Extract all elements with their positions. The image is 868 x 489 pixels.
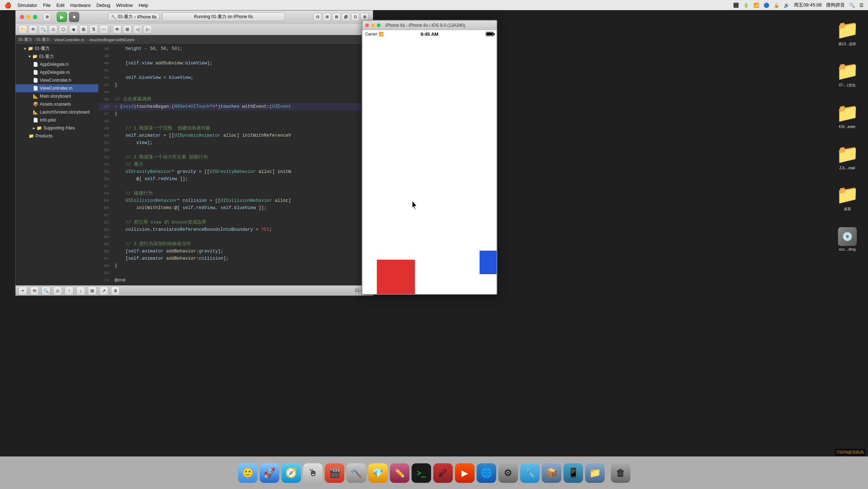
dock-terminal[interactable]: >_: [412, 463, 431, 483]
toolbar-grid[interactable]: ⊞: [123, 25, 132, 34]
bottom-filter[interactable]: 🔍: [42, 286, 50, 295]
scheme-selector[interactable]: 🔧 01-重力 › iPhone 6s: [108, 13, 160, 21]
panel-toggle-1[interactable]: 🗐: [342, 13, 350, 21]
dock-player[interactable]: ▶: [455, 463, 475, 483]
menu-search-icon[interactable]: 🔍: [849, 3, 855, 8]
editor-toggle-1[interactable]: ⊟: [314, 13, 322, 21]
bottom-nav1[interactable]: ↑: [65, 286, 73, 295]
menu-help[interactable]: Help: [139, 3, 148, 8]
toolbar-breakpoint[interactable]: ◈: [69, 25, 78, 34]
editor-toggle-3[interactable]: ⊠: [332, 13, 340, 21]
nav-item-viewcontroller-h[interactable]: 📄 ViewController.h: [16, 76, 98, 84]
folder-label-desk: 桌面: [844, 207, 851, 212]
dock-settings[interactable]: ⚙: [498, 463, 518, 483]
nav-item-infoplist[interactable]: 📄 Info.plist: [16, 116, 98, 124]
bottom-pause[interactable]: ⏸: [111, 286, 120, 295]
toolbar-back[interactable]: ⟲: [29, 25, 37, 34]
dock-launchpad[interactable]: 🚀: [260, 463, 279, 483]
sim-minimize[interactable]: [371, 24, 375, 27]
menu-hardware[interactable]: Hardware: [70, 3, 90, 8]
editor-toggle-2[interactable]: ⊞: [323, 13, 331, 21]
run-button[interactable]: ▶: [57, 12, 67, 22]
panel-toggle-2[interactable]: ⊡: [351, 13, 359, 21]
bottom-add[interactable]: +: [18, 286, 27, 295]
bottom-warn[interactable]: ⚠: [53, 286, 62, 295]
toolbar-nav-right[interactable]: ▷: [143, 25, 152, 34]
dock-folder[interactable]: 📁: [585, 463, 605, 483]
nav-group-root[interactable]: ▸ 📁 01-重力: [16, 44, 98, 52]
menu-window[interactable]: Window: [116, 3, 133, 8]
nav-item-launchscreen[interactable]: 📐 LaunchScreen.storyboard: [16, 108, 98, 116]
desktop-folder-4[interactable]: 📁 ZJL...etail: [829, 137, 865, 177]
nav-item-assets[interactable]: 📦 Assets.xcassets: [16, 100, 98, 108]
bottom-nav2[interactable]: ↓: [76, 286, 85, 295]
dock-phone[interactable]: 📱: [563, 463, 583, 483]
dock-box[interactable]: 📦: [542, 463, 561, 483]
toolbar-filter[interactable]: ⬡: [59, 25, 68, 34]
breadcrumb-part2[interactable]: 01-重力: [37, 37, 50, 42]
nav-item-supporting[interactable]: ▸ 📁 Supporting Files: [16, 124, 98, 132]
subgroup-folder-icon: 📁: [32, 52, 38, 60]
nav-item-appdelegate-m[interactable]: 📄 AppDelegate.m: [16, 68, 98, 76]
apple-menu[interactable]: 🍎: [4, 2, 12, 9]
breadcrumb-part3[interactable]: ViewController.m: [54, 38, 84, 42]
toolbar-arrows[interactable]: ⇅: [89, 25, 98, 34]
bottom-send[interactable]: ↗: [99, 286, 108, 295]
dock-pencil[interactable]: 🖊: [433, 463, 453, 483]
nav-subgroup[interactable]: ▾ 📁 01-重力: [16, 52, 98, 60]
code-line-64: 64: [99, 233, 373, 241]
red-view: [377, 260, 415, 294]
nav-item-viewcontroller-m[interactable]: 📄 ViewController.m: [16, 84, 98, 92]
folder-icon-3: 📁: [836, 102, 859, 123]
dock-finder[interactable]: 🙂: [238, 463, 258, 483]
desktop-folder-desk[interactable]: 📁 桌面: [829, 178, 865, 218]
toolbar-more[interactable]: ⋯: [99, 25, 108, 34]
xcode-titlebar: ⊞ ▶ ■ 🔧 01-重力 › iPhone 6s Running 01-重力 …: [16, 10, 373, 24]
desktop-file-dmg[interactable]: 💿 xco....dmg: [829, 219, 865, 259]
nav-item-main-storyboard[interactable]: 📐 Main.storyboard: [16, 92, 98, 100]
toolbar-assistant[interactable]: 👁: [113, 25, 122, 34]
dock-tools[interactable]: 🔨: [346, 463, 366, 483]
menu-debug[interactable]: Debug: [97, 3, 110, 8]
tools-icon: 🔨: [350, 467, 362, 479]
stop-button[interactable]: ■: [69, 12, 79, 22]
dock-xcode[interactable]: 🔧: [520, 463, 540, 483]
sim-fullscreen[interactable]: [377, 24, 380, 27]
dock-app1[interactable]: ✏️: [390, 463, 409, 483]
code-line-43: 43 }: [99, 81, 373, 89]
nav-item-products[interactable]: 📁 Products: [16, 132, 98, 140]
breadcrumb-part4[interactable]: -touchesBegan:withEvent:: [89, 38, 135, 42]
dock-sketch[interactable]: 💎: [368, 463, 388, 483]
sim-close[interactable]: [365, 24, 369, 27]
fullscreen-button[interactable]: [33, 15, 37, 19]
code-editor[interactable]: 38 height - 50, 50, 50); 39 40 [self.vie…: [99, 44, 373, 285]
menu-input-method[interactable]: 搜狗拼音: [826, 2, 845, 8]
close-button[interactable]: [20, 15, 24, 19]
bottom-grid[interactable]: ⊞: [88, 286, 97, 295]
menu-edit[interactable]: Edit: [56, 3, 64, 8]
breadcrumb-part1[interactable]: 01-重力: [18, 37, 32, 42]
dock-mouse[interactable]: 🖱: [303, 463, 323, 483]
bottom-back[interactable]: ⟲: [30, 286, 39, 295]
nav-item-appdelegate-h[interactable]: 📄 AppDelegate.h: [16, 60, 98, 68]
desktop-folder-3[interactable]: 📁 KSI...aster: [829, 95, 865, 135]
desktop-folder-2[interactable]: 📁 07-...(优化: [829, 54, 865, 94]
dock-quicktime[interactable]: 🎬: [325, 463, 344, 483]
toolbar-nav-left[interactable]: ◁: [133, 25, 142, 34]
simulator-screen[interactable]: Carrier 📶 9:45 AM: [362, 30, 497, 294]
menu-battery-icon: 🔋: [743, 3, 749, 8]
folder-label-4: ZJL...etail: [839, 166, 855, 170]
dock-safari[interactable]: 🧭: [281, 463, 301, 483]
sidebar-toggle[interactable]: ⊞: [43, 13, 51, 21]
toolbar-folder[interactable]: 📁: [18, 25, 27, 34]
menu-file[interactable]: File: [43, 3, 51, 8]
menu-notification-icon[interactable]: ☰: [859, 3, 864, 8]
toolbar-config[interactable]: ⊞: [79, 25, 88, 34]
minimize-button[interactable]: [26, 15, 31, 19]
dock-globe[interactable]: 🌐: [477, 463, 496, 483]
toolbar-search[interactable]: 🔍: [39, 25, 47, 34]
dock-trash[interactable]: 🗑: [611, 463, 630, 483]
toolbar-warning[interactable]: ⚠: [49, 25, 58, 34]
menu-simulator[interactable]: Simulator: [17, 3, 37, 8]
desktop-folder-1[interactable]: 📁 第13...业班: [829, 13, 865, 53]
